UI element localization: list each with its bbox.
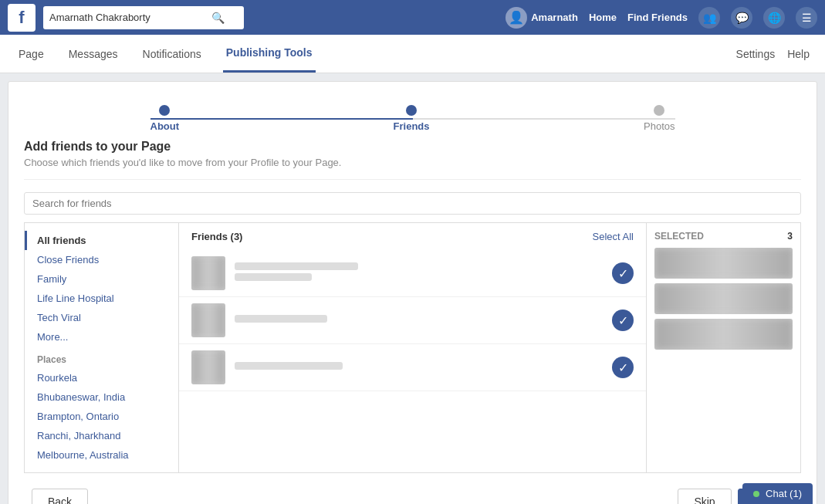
selected-panel: SELECTED 3 bbox=[646, 223, 800, 472]
search-bar[interactable]: 🔍 bbox=[43, 6, 244, 29]
friends-panel: All friends Close Friends Family Life Li… bbox=[24, 222, 801, 473]
progress-bar: About Friends Photos bbox=[150, 105, 675, 132]
avatar: 👤 bbox=[505, 7, 527, 29]
sidebar-item-rourkela[interactable]: Rourkela bbox=[25, 368, 178, 387]
tab-notifications[interactable]: Notifications bbox=[140, 35, 205, 73]
selected-avatar-3 bbox=[654, 319, 793, 350]
sidebar-item-melbourne[interactable]: Melbourne, Australia bbox=[25, 445, 178, 465]
search-icon[interactable]: 🔍 bbox=[211, 12, 225, 24]
selected-label: SELECTED bbox=[654, 231, 704, 242]
select-all-button[interactable]: Select All bbox=[593, 231, 634, 242]
selected-avatar-blur-3 bbox=[654, 319, 793, 350]
nav-right: 👤 Amarnath Home Find Friends 👥 💬 🌐 ☰ bbox=[505, 7, 817, 29]
section-subtitle: Choose which friends you'd like to move … bbox=[24, 157, 801, 168]
check-icon-2[interactable]: ✓ bbox=[612, 310, 634, 331]
chat-label: Chat (1) bbox=[766, 488, 802, 499]
friend-name-bar-3 bbox=[235, 315, 327, 323]
selected-header: SELECTED 3 bbox=[654, 231, 793, 242]
messages-icon[interactable]: 💬 bbox=[731, 7, 752, 29]
settings-button[interactable]: Settings bbox=[736, 48, 776, 60]
friend-name-bar-2 bbox=[235, 273, 312, 281]
progress-line-active bbox=[150, 118, 413, 120]
avatar-blur-2 bbox=[191, 303, 225, 337]
progress-section: About Friends Photos bbox=[24, 90, 801, 140]
friends-list-header: Friends (3) Select All bbox=[179, 223, 646, 250]
step-label-friends: Friends bbox=[394, 120, 430, 132]
nav-home[interactable]: Home bbox=[589, 12, 617, 23]
section-header: Add friends to your Page Choose which fr… bbox=[24, 140, 801, 180]
sidebar-item-life-line[interactable]: Life Line Hospital bbox=[25, 289, 178, 308]
step-dot-about bbox=[159, 105, 170, 116]
sidebar-item-family[interactable]: Family bbox=[25, 269, 178, 289]
step-friends: Friends bbox=[394, 105, 430, 132]
friends-main: Friends (3) Select All ✓ bbox=[179, 223, 646, 472]
section-title: Add friends to your Page bbox=[24, 140, 801, 154]
main-card: About Friends Photos Add friends to your… bbox=[8, 81, 817, 504]
sidebar-item-brampton[interactable]: Brampton, Ontario bbox=[25, 407, 178, 426]
step-label-photos: Photos bbox=[644, 120, 675, 132]
friend-row[interactable]: ✓ bbox=[179, 297, 646, 344]
back-button[interactable]: Back bbox=[32, 489, 88, 504]
step-about: About bbox=[150, 105, 180, 132]
friend-avatar-2 bbox=[191, 303, 225, 337]
avatar-blur-3 bbox=[191, 350, 225, 384]
nav-find-friends[interactable]: Find Friends bbox=[627, 12, 688, 23]
check-icon-3[interactable]: ✓ bbox=[612, 357, 634, 378]
step-dot-photos bbox=[654, 105, 664, 116]
tab-page[interactable]: Page bbox=[15, 35, 47, 73]
friend-row[interactable]: ✓ bbox=[179, 344, 646, 391]
friend-avatar-3 bbox=[191, 350, 225, 384]
tab-messages[interactable]: Messages bbox=[66, 35, 121, 73]
chat-bar[interactable]: Chat (1) bbox=[742, 483, 813, 504]
facebook-logo: f bbox=[8, 4, 36, 32]
sidebar-item-close-friends[interactable]: Close Friends bbox=[25, 250, 178, 269]
sidebar-item-ranchi[interactable]: Ranchi, Jharkhand bbox=[25, 426, 178, 445]
search-friends-input[interactable] bbox=[24, 192, 801, 215]
selected-avatar-1 bbox=[654, 248, 793, 279]
sidebar-list: All friends Close Friends Family Life Li… bbox=[25, 223, 179, 472]
help-button[interactable]: Help bbox=[787, 48, 810, 60]
selected-avatar-blur-2 bbox=[654, 283, 793, 314]
user-name: Amarnath bbox=[531, 12, 578, 23]
sub-navigation: Page Messages Notifications Publishing T… bbox=[0, 35, 825, 73]
friend-name-block-3 bbox=[235, 362, 603, 373]
notifications-icon[interactable]: 🌐 bbox=[763, 7, 785, 29]
friend-name-bar-5 bbox=[235, 362, 343, 370]
friend-name-block-1 bbox=[235, 262, 603, 284]
nav-user[interactable]: 👤 Amarnath bbox=[505, 7, 578, 29]
friends-count: Friends (3) bbox=[191, 231, 242, 242]
skip-button[interactable]: Skip bbox=[678, 489, 731, 504]
search-friends-container bbox=[24, 192, 801, 222]
selected-avatar-blur-1 bbox=[654, 248, 793, 279]
step-photos: Photos bbox=[644, 105, 675, 132]
friend-avatar-1 bbox=[191, 256, 225, 290]
places-label: Places bbox=[25, 347, 178, 368]
settings-icon[interactable]: ☰ bbox=[796, 7, 817, 29]
step-dot-friends bbox=[406, 105, 417, 116]
sidebar-item-all-friends[interactable]: All friends bbox=[25, 231, 178, 250]
sidebar-item-more[interactable]: More... bbox=[25, 327, 178, 347]
sub-nav-right: Settings Help bbox=[736, 48, 810, 60]
selected-avatar-2 bbox=[654, 283, 793, 314]
friend-name-bar-1 bbox=[235, 262, 358, 270]
sidebar-item-tech-viral[interactable]: Tech Viral bbox=[25, 308, 178, 327]
sidebar-item-bhubaneswar[interactable]: Bhubaneswar, India bbox=[25, 387, 178, 407]
friend-row[interactable]: ✓ bbox=[179, 250, 646, 297]
step-label-about: About bbox=[150, 120, 180, 132]
avatar-blur-1 bbox=[191, 256, 225, 290]
selected-count: 3 bbox=[787, 231, 793, 242]
friend-name-block-2 bbox=[235, 315, 603, 326]
friend-requests-icon[interactable]: 👥 bbox=[698, 7, 720, 29]
chat-online-dot bbox=[753, 491, 759, 497]
bottom-bar: Back Skip Next bbox=[24, 489, 801, 504]
search-input[interactable] bbox=[49, 12, 211, 23]
top-navigation: f 🔍 👤 Amarnath Home Find Friends 👥 💬 🌐 ☰ bbox=[0, 0, 825, 35]
check-icon-1[interactable]: ✓ bbox=[612, 262, 634, 284]
tab-publishing-tools[interactable]: Publishing Tools bbox=[223, 35, 316, 73]
